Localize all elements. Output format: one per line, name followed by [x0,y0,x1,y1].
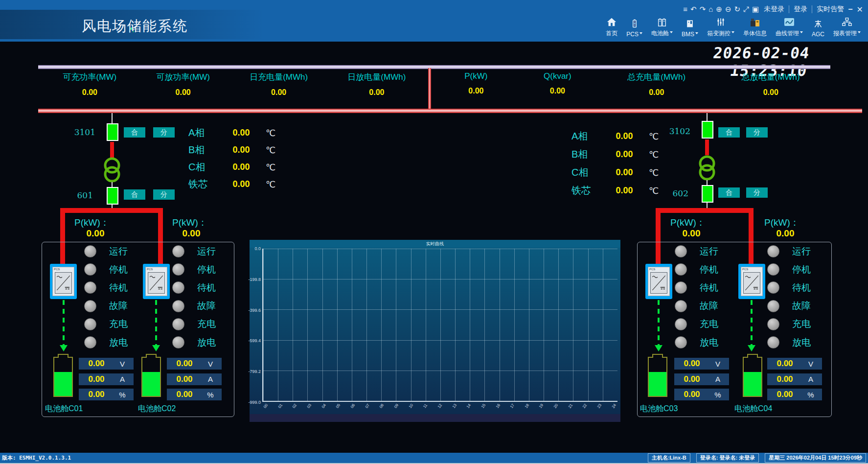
nav-item-battery-cabin[interactable]: 电池舱 [647,16,677,38]
breaker-602[interactable] [702,185,713,203]
close-button-3102[interactable]: 合 [718,127,740,138]
summary-group-right: P(kW) 0.00 Q(kvar) 0.00 总充电量(MWh) 0.00 总… [436,71,828,97]
status-label: 故障 [109,300,128,312]
breaker-label: 3101 [69,127,95,137]
nav-item-agc[interactable]: AGC [807,18,829,38]
pcs-status-column: 运行停机待机故障充电放电 [767,242,831,351]
readout-value: 0.00 [167,390,202,399]
dc-link-line [155,300,157,345]
x-tick-label: 05 [335,402,342,410]
dc-link-line [63,300,65,345]
connector-line [707,180,708,185]
status-label: 运行 [700,245,718,258]
close-button-602[interactable]: 合 [718,187,740,198]
status-led-icon [84,336,96,348]
status-label: 充电 [109,318,128,330]
temp-unit: ℃ [645,149,662,160]
summary-group-left: 可充功率(MW) 0.00 可放功率(MW) 0.00 日充电量(MWh) 0.… [43,71,426,97]
toolbar-icon[interactable]: ↷ [700,3,706,15]
status-label: 待机 [109,281,128,294]
status-led-icon [84,318,96,330]
y-tick-label: -599.4 [248,338,261,343]
toolbar-icon[interactable]: ↻ [734,3,740,15]
close-button-601[interactable]: 合 [124,189,145,200]
report-icon [842,16,852,28]
pcs-power-value: 0.00 [768,228,802,239]
minimize-button[interactable]: − [848,5,852,14]
realtime-alarm-button[interactable]: 实时告警 [817,5,844,14]
close-button-3101[interactable]: 合 [124,127,145,138]
temp-label: A相 [571,130,604,143]
readout-value: 0.00 [674,390,709,399]
temp-value: 0.00 [604,167,645,178]
y-axis-labels: 0.0-199.8-399.6-599.4-799.2-999.0 [250,246,261,405]
status-row: 运行 [767,242,831,260]
status-led-icon [84,300,96,312]
feeder-branch [60,208,163,213]
status-row: 停机 [84,260,148,278]
readout-unit: A [202,375,219,383]
readout-unit: % [114,391,131,399]
battery-icon-c01 [53,357,73,397]
readout-value: 0.00 [674,374,709,384]
measurement-cell: 总充电量(MWh) 0.00 [627,71,685,97]
x-tick-label: 17 [508,402,516,410]
readout-unit: % [709,391,726,399]
battery-readouts-c02: 0.00V0.00A0.00% [167,358,222,400]
nav-item-report-management[interactable]: 报表管理 [829,16,865,38]
status-label: 充电 [197,318,216,330]
status-led-icon [172,263,184,276]
breaker-3101[interactable] [107,123,118,141]
open-button-601[interactable]: 分 [153,189,175,200]
toolbar-icon[interactable]: ⤢ [743,3,749,15]
toolbar-icon[interactable]: ⊖ [725,3,731,15]
dc-link-line [751,300,753,345]
battery-readouts-c01: 0.00V0.00A0.00% [79,358,134,400]
main-busbar [38,109,862,113]
status-led-icon [172,300,184,312]
status-label: 故障 [700,300,718,312]
battery-panel-right: PCS PCS 运行停机待机故障充电放电 运行停机待机故障充电放电 0.00V0… [637,242,832,417]
toolbar-icon[interactable]: ⌂ [708,3,713,15]
open-button-3102[interactable]: 分 [746,127,768,138]
toolbar-icon[interactable]: ↶ [690,3,697,15]
x-tick-label: 21 [567,402,574,410]
measurement-cell: 日放电量(MWh) 0.00 [347,71,406,97]
pcs-power-value: 0.00 [674,228,708,239]
x-tick-label: 02 [291,402,298,410]
temp-value: 0.00 [221,179,262,189]
breaker-3102[interactable] [702,121,713,139]
pcs-unit-c01[interactable]: PCS [50,264,77,299]
open-button-602[interactable]: 分 [746,187,768,198]
status-label: 运行 [109,245,128,258]
status-row: 运行 [172,242,236,260]
x-tick-label: 16 [494,402,502,410]
nav-item-cell-info[interactable]: 单体信息 [739,16,771,38]
temp-unit: ℃ [262,179,279,190]
toolbar-icon[interactable]: ▣ [752,3,759,15]
toolbar-icon[interactable]: ≡ [683,3,687,15]
open-button-3101[interactable]: 分 [153,127,175,138]
login-button[interactable]: 登录 [794,5,807,14]
y-tick-label: -999.0 [248,400,261,405]
pcs-status-column: 运行停机待机故障充电放电 [84,242,148,351]
pcs-unit-c03[interactable]: PCS [645,264,672,299]
nav-item-pcs[interactable]: PCS [622,18,647,38]
toolbar-icon[interactable]: ⊕ [716,3,722,15]
close-button[interactable]: ✕ [857,5,863,14]
nav-item-curve-management[interactable]: 曲线管理 [771,16,807,38]
readout-value: 0.00 [167,359,202,369]
cabin-label-c01: 电池舱C01 [45,404,83,414]
battery-cabin-icon [657,16,667,28]
nav-item-home[interactable]: 首页 [601,16,622,38]
pcs-status-column: 运行停机待机故障充电放电 [172,242,236,351]
readout-box: 0.00% [767,389,822,400]
nav-item-bms[interactable]: BMS [677,18,703,38]
measurement-value: 0.00 [763,88,778,97]
x-tick-label: 22 [581,402,589,410]
temp-row: B相 0.00 ℃ [188,141,279,159]
nav-item-transformer-control[interactable]: 箱变测控 [703,16,739,38]
pcs-unit-c04[interactable]: PCS [738,264,765,299]
breaker-601[interactable] [107,187,118,205]
feeder-segment [110,142,114,158]
